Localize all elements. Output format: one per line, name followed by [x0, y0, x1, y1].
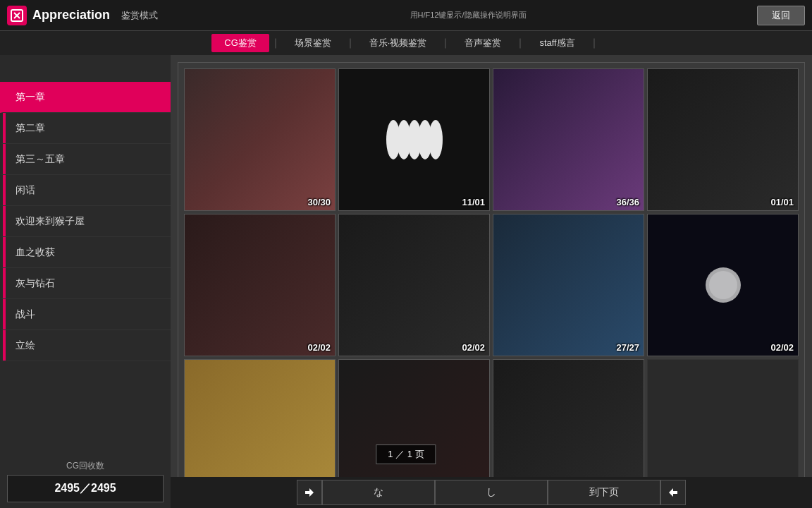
sidebar-item-chapter3-5[interactable]: 第三～五章: [0, 144, 171, 175]
last-page-button[interactable]: [660, 480, 686, 505]
nav-sep-3: ｜: [441, 37, 450, 49]
cg-count-value: 2495／2495: [7, 475, 164, 502]
sidebar-item-ash-diamond[interactable]: 灰与钻石: [0, 268, 171, 299]
gallery-thumb-5: [185, 214, 335, 356]
page-suffix: 页: [415, 449, 424, 459]
app-icon: [7, 6, 27, 25]
cg-count-label: CG回收数: [7, 460, 164, 472]
sidebar-item-idle[interactable]: 闲话: [0, 175, 171, 206]
gallery-count-5: 02/02: [307, 342, 331, 353]
tab-cg[interactable]: CG鉴赏: [211, 34, 269, 52]
next-page-label: し: [486, 486, 496, 499]
hint-text: 用H/F12键显示/隐藏操作说明界面: [179, 10, 757, 20]
main-area: 第一章 第二章 第三～五章 闲话 欢迎来到猴子屋 血之收获 灰与钻石 战斗 立绘…: [0, 55, 812, 508]
gallery-thumb-7: [493, 214, 644, 356]
nav-sep-1: ｜: [271, 37, 281, 49]
gallery-item-3[interactable]: 36/36: [493, 68, 644, 211]
page-total: 1: [407, 449, 412, 459]
gallery-item-4[interactable]: 01/01: [647, 68, 799, 211]
page-current: 1: [388, 449, 393, 459]
nav-tabs: CG鉴赏 ｜ 场景鉴赏 ｜ 音乐·视频鉴赏 ｜ 音声鉴赏 ｜ staff感言 ｜: [0, 31, 812, 55]
gallery-grid: 30/30 11/01: [178, 62, 805, 508]
first-page-button[interactable]: [297, 480, 322, 505]
gallery-thumb-6: [339, 214, 489, 356]
page-indicator: 1 ／ 1 页: [376, 445, 436, 464]
gallery-content: 30/30 11/01: [171, 55, 812, 508]
next-page-button[interactable]: し: [435, 480, 548, 505]
svg-point-9: [709, 271, 737, 299]
goto-next-page-button[interactable]: 到下页: [548, 480, 660, 505]
gallery-thumb-1: [185, 69, 335, 210]
app-title: Appreciation: [32, 8, 110, 23]
prev-page-button[interactable]: な: [322, 480, 435, 505]
sidebar-item-chapter2[interactable]: 第二章: [0, 113, 171, 144]
tab-scene[interactable]: 场景鉴赏: [282, 34, 344, 52]
page-separator: ／: [395, 449, 405, 459]
sidebar-item-portrait[interactable]: 立绘: [0, 330, 171, 361]
gallery-thumb-3: [493, 69, 644, 210]
prev-page-label: な: [374, 486, 383, 499]
gallery-count-2: 11/01: [462, 197, 485, 207]
gallery-count-6: 02/02: [462, 342, 485, 353]
tab-voice[interactable]: 音声鉴赏: [452, 34, 514, 52]
nav-sep-5: ｜: [589, 37, 599, 49]
gallery-count-7: 27/27: [616, 342, 639, 353]
header: Appreciation 鉴赏模式 用H/F12键显示/隐藏操作说明界面 返回: [0, 0, 812, 31]
gallery-count-3: 36/36: [616, 197, 639, 207]
goto-next-label: 到下页: [589, 486, 619, 499]
gallery-item-5[interactable]: 02/02: [184, 214, 336, 356]
gallery-thumb-2: [339, 69, 489, 210]
gallery-thumb-8: [648, 214, 798, 356]
gallery-item-7[interactable]: 27/27: [493, 214, 644, 356]
back-button[interactable]: 返回: [757, 6, 805, 25]
gallery-thumb-4: [648, 69, 798, 210]
cg-count-area: CG回收数 2495／2495: [0, 454, 171, 508]
sidebar-item-monkey[interactable]: 欢迎来到猴子屋: [0, 206, 171, 237]
nav-sep-2: ｜: [345, 37, 355, 49]
gallery-item-8[interactable]: 02/02: [647, 214, 799, 356]
gallery-count-1: 30/30: [307, 197, 331, 207]
nav-sep-4: ｜: [515, 37, 525, 49]
gallery-count-8: 02/02: [770, 342, 794, 353]
tab-music[interactable]: 音乐·视频鉴赏: [357, 34, 440, 52]
svg-point-7: [429, 120, 443, 159]
tab-staff[interactable]: staff感言: [527, 34, 587, 52]
gallery-item-6[interactable]: 02/02: [338, 214, 490, 356]
gallery-item-1[interactable]: 30/30: [184, 68, 336, 211]
sidebar-item-battle[interactable]: 战斗: [0, 299, 171, 330]
bottom-nav: な し 到下页: [171, 477, 812, 508]
mode-label: 鉴赏模式: [121, 9, 158, 22]
sidebar: 第一章 第二章 第三～五章 闲话 欢迎来到猴子屋 血之收获 灰与钻石 战斗 立绘…: [0, 55, 171, 508]
gallery-count-4: 01/01: [770, 197, 794, 207]
sidebar-item-blood[interactable]: 血之收获: [0, 237, 171, 268]
sidebar-item-chapter1[interactable]: 第一章: [0, 82, 171, 113]
gallery-item-2[interactable]: 11/01: [338, 68, 490, 211]
